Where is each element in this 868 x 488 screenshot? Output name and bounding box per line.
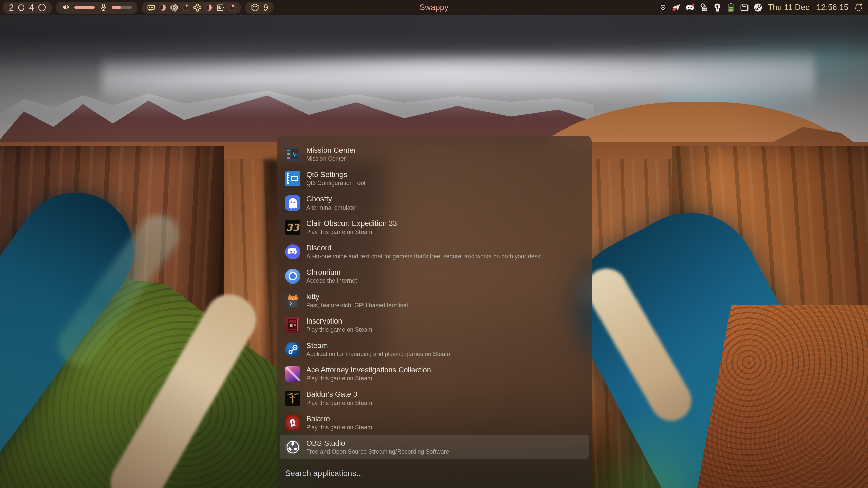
memory-icon xyxy=(147,3,155,12)
gpu-usage-gauge xyxy=(205,4,213,11)
keyring-icon[interactable] xyxy=(713,3,722,12)
app-name: Ace Attorney Investigations Collection xyxy=(306,365,431,374)
launcher-item-chromium[interactable]: Chromium Access the Internet xyxy=(280,264,589,288)
app-text: Ace Attorney Investigations Collection P… xyxy=(306,365,431,382)
top-bar-left: 2 4 xyxy=(0,2,274,14)
discord-icon xyxy=(285,244,300,259)
audio-module xyxy=(56,2,137,14)
clair-obscur-icon: 33 xyxy=(285,220,300,235)
app-description: Play this game on Steam xyxy=(306,228,397,236)
app-text: Baldur's Gate 3 Play this game on Steam xyxy=(306,390,372,407)
updates-module[interactable]: 9 xyxy=(245,2,274,14)
desktop: 2 4 xyxy=(0,0,868,488)
balatro-icon xyxy=(285,415,300,430)
launcher-item-mission-center[interactable]: Mission Center Mission Center xyxy=(280,142,589,166)
app-text: Qt6 Settings Qt6 Configuration Tool xyxy=(306,170,365,187)
app-text: Ghostty A terminal emulator xyxy=(306,194,357,211)
updates-count: 9 xyxy=(263,2,268,13)
clock[interactable]: Thu 11 Dec - 12:56:15 xyxy=(768,3,848,12)
top-bar-right: Thu 11 Dec - 12:56:15 xyxy=(659,3,868,12)
app-description: Application for managing and playing gam… xyxy=(306,350,450,358)
battery-icon[interactable] xyxy=(726,3,735,12)
launcher-item-steam[interactable]: Steam Application for managing and playi… xyxy=(280,337,589,362)
launcher-item-qt6-settings[interactable]: Qt6 Settings Qt6 Configuration Tool xyxy=(280,166,589,191)
network-icon[interactable] xyxy=(740,3,749,12)
volume-slider-fill xyxy=(74,6,95,9)
app-description: Play this game on Steam xyxy=(306,375,431,382)
kitty-icon: >_ xyxy=(285,293,300,308)
launcher-item-baldurs-gate-3[interactable]: Baldur's Baldur's Gate 3 Play this game … xyxy=(280,386,589,410)
workspace-indicator[interactable]: 2 4 xyxy=(3,2,52,14)
workspace-empty-circle[interactable] xyxy=(18,4,24,11)
qt6-settings-icon xyxy=(285,171,300,186)
app-description: A terminal emulator xyxy=(306,204,357,211)
app-description: Play this game on Steam xyxy=(306,326,372,333)
steam-icon xyxy=(285,342,300,357)
workspace-empty-circle[interactable] xyxy=(38,4,46,11)
app-description: Access the Internet xyxy=(306,277,357,285)
chromium-icon xyxy=(285,269,300,284)
launcher-item-discord[interactable]: Discord All-in-one voice and text chat f… xyxy=(280,239,589,264)
app-description: Fast, feature-rich, GPU based terminal xyxy=(306,301,408,309)
notification-bell-icon[interactable] xyxy=(854,3,863,12)
app-text: Inscryption Play this game on Steam xyxy=(306,316,372,333)
mainboard-icon xyxy=(216,3,225,12)
app-name: Balatro xyxy=(306,414,372,423)
app-name: Inscryption xyxy=(306,316,372,326)
workspace-4[interactable]: 4 xyxy=(29,2,34,14)
cpu-usage-gauge xyxy=(182,4,189,11)
microphone-slider-fill xyxy=(112,6,121,9)
app-name: Chromium xyxy=(306,268,357,277)
launcher-item-ghostty[interactable]: Ghostty A terminal emulator xyxy=(280,191,589,215)
volume-slider[interactable] xyxy=(74,6,95,9)
app-name: Baldur's Gate 3 xyxy=(306,390,372,399)
microphone-slider[interactable] xyxy=(112,6,132,9)
launcher-item-clair-obscur[interactable]: 33 Clair Obscur: Expedition 33 Play this… xyxy=(280,215,589,239)
obs-studio-icon xyxy=(285,440,300,455)
launcher-item-ace-attorney[interactable]: Ace Attorney Investigations Collection P… xyxy=(280,362,589,386)
launcher-item-balatro[interactable]: Balatro Play this game on Steam xyxy=(280,410,589,435)
app-name: Steam xyxy=(306,341,450,350)
ace-attorney-icon xyxy=(285,366,300,382)
app-text: Mission Center Mission Center xyxy=(306,145,356,162)
launcher-item-inscryption[interactable]: Inscryption Play this game on Steam xyxy=(280,313,589,337)
discord-tray-icon[interactable] xyxy=(686,3,695,12)
steelseries-icon[interactable] xyxy=(659,3,667,12)
launcher-item-kitty[interactable]: >_ kitty Fast, feature-rich, GPU based t… xyxy=(280,288,589,313)
baldurs-gate-3-icon: Baldur's xyxy=(285,391,300,406)
app-name: Clair Obscur: Expedition 33 xyxy=(306,219,397,228)
inscryption-icon xyxy=(285,317,300,333)
app-text: kitty Fast, feature-rich, GPU based term… xyxy=(306,292,408,309)
ghostty-icon xyxy=(285,195,300,211)
package-icon xyxy=(251,3,259,12)
mission-center-icon xyxy=(285,147,300,162)
app-name: OBS Studio xyxy=(306,438,449,448)
app-list: Mission Center Mission Center Qt6 Settin… xyxy=(277,136,592,459)
gpu-icon xyxy=(193,3,202,12)
key-icon[interactable] xyxy=(699,3,708,12)
app-name: Qt6 Settings xyxy=(306,170,365,179)
app-description: Play this game on Steam xyxy=(306,399,372,407)
app-name: Discord xyxy=(306,243,546,252)
system-usage-gauge xyxy=(228,4,236,11)
cpu-icon xyxy=(170,3,179,12)
memory-usage-gauge xyxy=(159,4,166,11)
launcher-item-obs-studio[interactable]: OBS Studio Free and Open Source Streamin… xyxy=(280,435,589,459)
steam-tray-icon[interactable] xyxy=(754,3,762,12)
system-tray xyxy=(659,3,762,12)
app-text: Steam Application for managing and playi… xyxy=(306,341,450,358)
app-description: Mission Center xyxy=(306,155,356,162)
svg-text:>_: >_ xyxy=(290,301,295,306)
app-description: Play this game on Steam xyxy=(306,424,372,431)
app-description: All-in-one voice and text chat for gamer… xyxy=(306,253,546,260)
workspace-2[interactable]: 2 xyxy=(9,2,14,14)
svg-text:Baldur's: Baldur's xyxy=(287,392,299,395)
app-text: Chromium Access the Internet xyxy=(306,268,357,285)
app-text: Discord All-in-one voice and text chat f… xyxy=(306,243,546,260)
app-name: Ghostty xyxy=(306,194,357,203)
app-text: OBS Studio Free and Open Source Streamin… xyxy=(306,438,449,455)
microphone-icon xyxy=(99,3,107,12)
telegram-icon[interactable] xyxy=(672,3,681,12)
search-input[interactable] xyxy=(285,467,584,480)
app-launcher: Mission Center Mission Center Qt6 Settin… xyxy=(277,136,592,488)
